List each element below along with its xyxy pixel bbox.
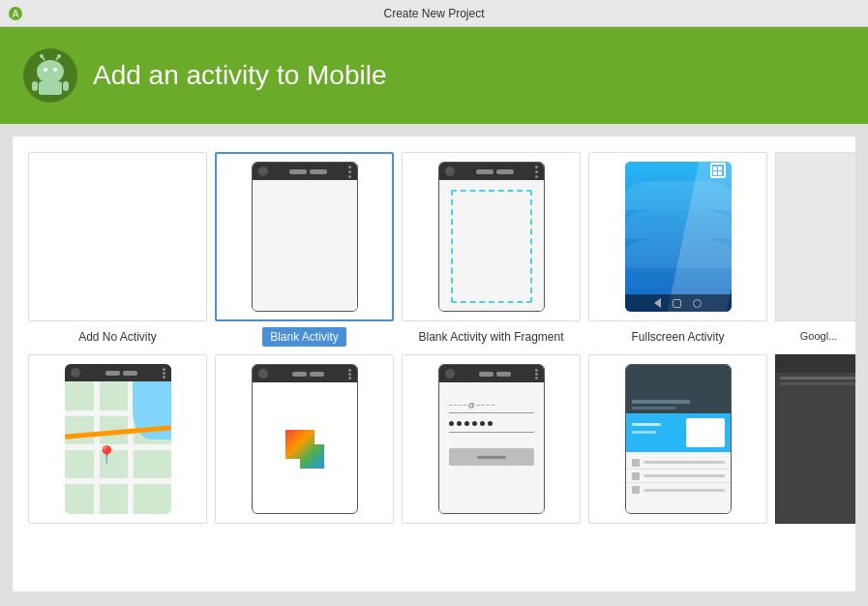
- scrolling-thumbnail: [588, 354, 767, 524]
- bottom-partial-label: [811, 530, 826, 549]
- blank-fragment-thumbnail: [402, 152, 581, 321]
- svg-rect-9: [39, 81, 62, 95]
- activity-card-google[interactable]: Googl...: [775, 152, 856, 347]
- activity-card-no-activity[interactable]: Add No Activity: [28, 152, 207, 347]
- maps-thumbnail: 📍: [28, 354, 207, 524]
- login-label: [484, 530, 499, 549]
- activity-card-maps[interactable]: 📍: [28, 354, 207, 549]
- app-icon: A: [8, 6, 23, 21]
- play-services-label: [297, 530, 313, 549]
- svg-point-8: [57, 54, 61, 58]
- svg-rect-10: [32, 81, 38, 91]
- svg-point-4: [53, 68, 57, 72]
- svg-marker-13: [285, 430, 324, 469]
- activity-card-blank-fragment[interactable]: Blank Activity with Fragment: [402, 152, 581, 347]
- activity-card-play-services[interactable]: [215, 354, 394, 549]
- google-label: Googl...: [793, 327, 846, 345]
- fullscreen-label: Fullscreen Activity: [623, 327, 732, 347]
- title-bar: A Create New Project: [0, 0, 868, 27]
- activity-card-login[interactable]: ~~~~@~~~~: [402, 354, 581, 549]
- maps-label: [110, 530, 126, 549]
- activity-card-fullscreen[interactable]: Fullscreen Activity: [588, 152, 767, 347]
- page-title: Add an activity to Mobile: [93, 60, 387, 91]
- activity-grid: Add No Activity: [13, 136, 855, 564]
- no-activity-thumbnail: [28, 152, 207, 321]
- svg-text:A: A: [13, 9, 19, 19]
- android-logo: [23, 48, 77, 103]
- svg-point-6: [40, 54, 44, 58]
- activity-row-2: 📍: [28, 354, 840, 549]
- activity-row-1: Add No Activity: [28, 152, 840, 347]
- play-services-thumbnail: [215, 354, 394, 524]
- no-activity-label: Add No Activity: [71, 327, 165, 347]
- fullscreen-thumbnail: [588, 152, 767, 321]
- activity-card-bottom-partial[interactable]: [775, 354, 856, 549]
- activity-card-scrolling[interactable]: [588, 354, 767, 549]
- blank-activity-thumbnail: [215, 152, 394, 321]
- svg-rect-11: [63, 81, 69, 91]
- svg-point-2: [37, 60, 64, 83]
- google-thumbnail: [775, 152, 856, 321]
- activity-selection-panel: Add No Activity: [12, 136, 856, 592]
- scrolling-label: [671, 530, 686, 549]
- blank-activity-label: Blank Activity: [262, 327, 346, 347]
- page-header: Add an activity to Mobile: [0, 27, 868, 124]
- blank-fragment-label: Blank Activity with Fragment: [410, 327, 571, 347]
- bottom-partial-thumbnail: [775, 354, 856, 524]
- window-title: Create New Project: [383, 7, 484, 20]
- svg-point-3: [44, 68, 47, 72]
- login-thumbnail: ~~~~@~~~~: [402, 354, 581, 524]
- activity-card-blank[interactable]: Blank Activity: [215, 152, 394, 347]
